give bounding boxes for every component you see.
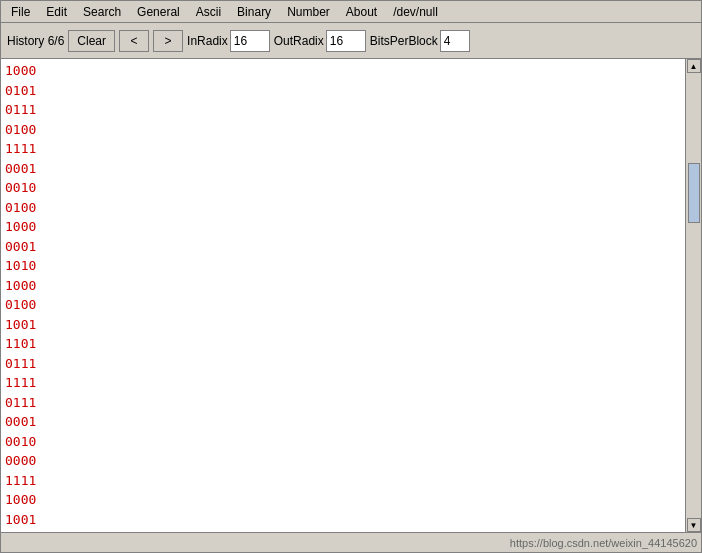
- prev-button[interactable]: <: [119, 30, 149, 52]
- list-item: 0010: [5, 178, 681, 198]
- status-url: https://blog.csdn.net/weixin_44145620: [510, 537, 697, 549]
- in-radix-label: InRadix: [187, 34, 228, 48]
- bits-per-block-input[interactable]: [440, 30, 470, 52]
- list-item: 1111: [5, 471, 681, 491]
- list-item: 1001: [5, 315, 681, 335]
- out-radix-label: OutRadix: [274, 34, 324, 48]
- list-item: 1101: [5, 334, 681, 354]
- scroll-up-arrow[interactable]: ▲: [687, 59, 701, 73]
- scrollbar: ▲ ▼: [685, 59, 701, 532]
- clear-button[interactable]: Clear: [68, 30, 115, 52]
- list-item: 1010: [5, 256, 681, 276]
- list-item: 0100: [5, 295, 681, 315]
- main-window: File Edit Search General Ascii Binary Nu…: [0, 0, 702, 553]
- scrollbar-thumb[interactable]: [688, 163, 700, 223]
- list-item: 0111: [5, 393, 681, 413]
- menu-file[interactable]: File: [5, 3, 36, 21]
- list-item: 0101: [5, 81, 681, 101]
- menu-edit[interactable]: Edit: [40, 3, 73, 21]
- menu-search[interactable]: Search: [77, 3, 127, 21]
- list-item: 1000: [5, 217, 681, 237]
- list-item: 0000: [5, 451, 681, 471]
- list-item: 0111: [5, 354, 681, 374]
- in-radix-group: InRadix: [187, 30, 270, 52]
- scrollbar-track[interactable]: [687, 75, 701, 516]
- menu-devnull[interactable]: /dev/null: [387, 3, 444, 21]
- bits-per-block-group: BitsPerBlock: [370, 30, 470, 52]
- list-item: 0001: [5, 159, 681, 179]
- list-item: 0100: [5, 120, 681, 140]
- statusbar: https://blog.csdn.net/weixin_44145620: [1, 532, 701, 552]
- scroll-down-arrow[interactable]: ▼: [687, 518, 701, 532]
- list-item: 0100: [5, 198, 681, 218]
- menu-about[interactable]: About: [340, 3, 383, 21]
- list-item: 0111: [5, 100, 681, 120]
- list-item: 1111: [5, 139, 681, 159]
- list-item: 1000: [5, 490, 681, 510]
- menu-number[interactable]: Number: [281, 3, 336, 21]
- menubar: File Edit Search General Ascii Binary Nu…: [1, 1, 701, 23]
- content-area: 1000010101110100111100010010010010000001…: [1, 59, 701, 532]
- history-label: History 6/6: [7, 34, 64, 48]
- in-radix-input[interactable]: [230, 30, 270, 52]
- menu-binary[interactable]: Binary: [231, 3, 277, 21]
- bits-per-block-label: BitsPerBlock: [370, 34, 438, 48]
- menu-general[interactable]: General: [131, 3, 186, 21]
- list-item: 1001: [5, 510, 681, 530]
- list-item: 1000: [5, 276, 681, 296]
- list-item: 1000: [5, 61, 681, 81]
- out-radix-input[interactable]: [326, 30, 366, 52]
- menu-ascii[interactable]: Ascii: [190, 3, 227, 21]
- out-radix-group: OutRadix: [274, 30, 366, 52]
- list-item: 1111: [5, 373, 681, 393]
- text-display[interactable]: 1000010101110100111100010010010010000001…: [1, 59, 685, 532]
- list-item: 0001: [5, 237, 681, 257]
- list-item: 0001: [5, 412, 681, 432]
- toolbar: History 6/6 Clear < > InRadix OutRadix B…: [1, 23, 701, 59]
- next-button[interactable]: >: [153, 30, 183, 52]
- list-item: 0010: [5, 432, 681, 452]
